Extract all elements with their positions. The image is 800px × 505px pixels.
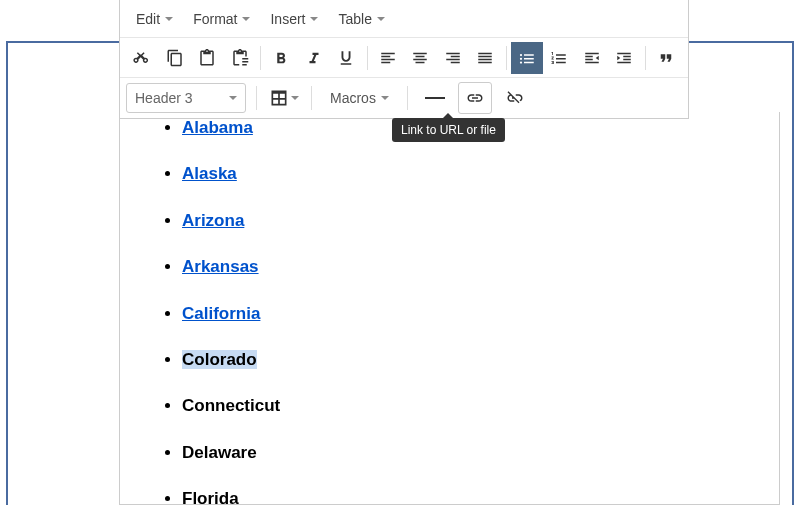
align-justify-button[interactable] [469, 42, 502, 74]
separator [256, 86, 257, 110]
indent-icon [615, 49, 633, 67]
menu-format[interactable]: Format [183, 5, 260, 33]
horizontal-rule-button[interactable] [418, 82, 452, 114]
format-toolbar [120, 38, 688, 78]
unlink-button[interactable] [498, 82, 532, 114]
bold-icon [272, 49, 290, 67]
menu-insert[interactable]: Insert [260, 5, 328, 33]
outdent-button[interactable] [576, 42, 609, 74]
caret-icon [229, 96, 237, 100]
state-text-selected[interactable]: Colorado [182, 350, 257, 369]
numbered-list-button[interactable] [543, 42, 576, 74]
list-item: California [182, 304, 759, 324]
state-text[interactable]: Connecticut [182, 396, 280, 415]
caret-icon [377, 17, 385, 21]
bullet-list-button[interactable] [511, 42, 544, 74]
separator [407, 86, 408, 110]
list-item: Arkansas [182, 257, 759, 277]
states-list: AlabamaAlaskaArizonaArkansasCaliforniaCo… [164, 118, 759, 505]
align-left-button[interactable] [372, 42, 405, 74]
list-item: Connecticut [182, 396, 759, 416]
table-icon [269, 88, 289, 108]
list-item: Colorado [182, 350, 759, 370]
list-item: Florida [182, 489, 759, 505]
list-item: Delaware [182, 443, 759, 463]
secondary-toolbar: Header 3 Macros [120, 78, 688, 118]
separator [311, 86, 312, 110]
align-right-icon [444, 49, 462, 67]
align-right-button[interactable] [437, 42, 470, 74]
state-text[interactable]: Florida [182, 489, 239, 505]
paste-icon [198, 49, 216, 67]
state-text[interactable]: Delaware [182, 443, 257, 462]
list-item: Arizona [182, 211, 759, 231]
cut-icon [133, 49, 151, 67]
blockquote-button[interactable] [650, 42, 683, 74]
caret-icon [291, 96, 299, 100]
numbered-list-icon [550, 49, 568, 67]
link-tooltip: Link to URL or file [392, 118, 505, 142]
menu-format-label: Format [193, 11, 237, 27]
state-link[interactable]: Arkansas [182, 257, 259, 276]
copy-icon [166, 49, 184, 67]
heading-select-label: Header 3 [135, 90, 193, 106]
list-item: Alaska [182, 164, 759, 184]
caret-icon [242, 17, 250, 21]
link-button[interactable] [458, 82, 492, 114]
bullet-list-icon [518, 49, 536, 67]
cut-button[interactable] [126, 42, 159, 74]
caret-icon [381, 96, 389, 100]
state-link[interactable]: California [182, 304, 260, 323]
separator [367, 46, 368, 70]
macros-button[interactable]: Macros [322, 84, 397, 112]
italic-button[interactable] [298, 42, 331, 74]
table-button[interactable] [267, 82, 301, 114]
align-left-icon [379, 49, 397, 67]
bold-button[interactable] [265, 42, 298, 74]
copy-button[interactable] [159, 42, 192, 74]
caret-icon [310, 17, 318, 21]
link-icon [466, 89, 484, 107]
indent-button[interactable] [608, 42, 641, 74]
menu-bar: Edit Format Insert Table [120, 0, 688, 38]
blockquote-icon [657, 49, 675, 67]
menu-table[interactable]: Table [328, 5, 394, 33]
horizontal-rule-icon [425, 97, 445, 99]
underline-icon [337, 49, 355, 67]
paste-text-icon [231, 49, 249, 67]
menu-table-label: Table [338, 11, 371, 27]
editor-toolbar: Edit Format Insert Table Header 3 [119, 0, 689, 119]
align-center-icon [411, 49, 429, 67]
align-center-button[interactable] [404, 42, 437, 74]
separator [645, 46, 646, 70]
align-justify-icon [476, 49, 494, 67]
unlink-icon [506, 89, 524, 107]
menu-edit[interactable]: Edit [126, 5, 183, 33]
separator [506, 46, 507, 70]
outdent-icon [583, 49, 601, 67]
paste-button[interactable] [191, 42, 224, 74]
menu-insert-label: Insert [270, 11, 305, 27]
menu-edit-label: Edit [136, 11, 160, 27]
state-link[interactable]: Alaska [182, 164, 237, 183]
macros-label: Macros [330, 90, 376, 106]
italic-icon [305, 49, 323, 67]
heading-select[interactable]: Header 3 [126, 83, 246, 113]
state-link[interactable]: Arizona [182, 211, 244, 230]
editor-content[interactable]: AlabamaAlaskaArizonaArkansasCaliforniaCo… [119, 112, 780, 505]
underline-button[interactable] [330, 42, 363, 74]
state-link[interactable]: Alabama [182, 118, 253, 137]
separator [260, 46, 261, 70]
caret-icon [165, 17, 173, 21]
paste-text-button[interactable] [224, 42, 257, 74]
